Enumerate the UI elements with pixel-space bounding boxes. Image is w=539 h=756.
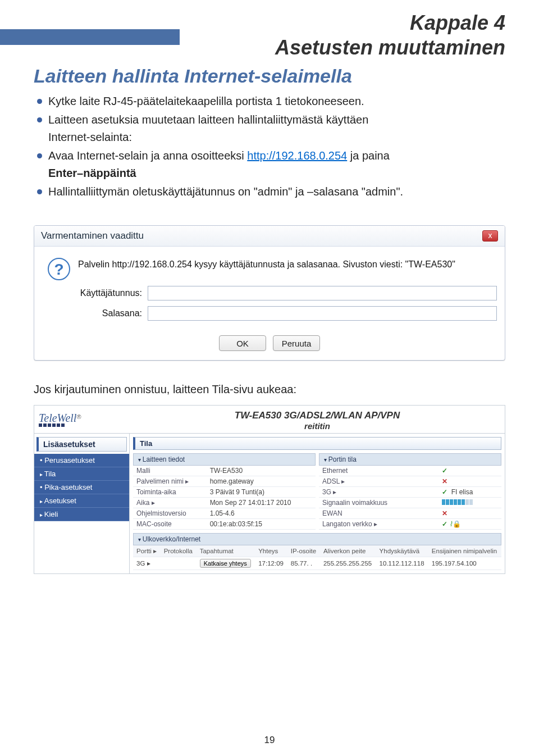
menu-item-quick[interactable]: Pika-asetukset	[34, 481, 129, 494]
panel-port-head[interactable]: Portin tila	[319, 453, 501, 466]
menu-item-basic[interactable]: Perusasetukset	[34, 454, 129, 467]
signal-icon	[442, 499, 473, 505]
dialog-header: Varmentaminen vaadittu x	[34, 226, 505, 247]
panel-device-head[interactable]: Laitteen tiedot	[133, 453, 316, 466]
x-icon: ✕	[442, 477, 447, 485]
page-number: 19	[0, 735, 539, 746]
close-button[interactable]: x	[482, 230, 498, 242]
check-icon: ✓	[442, 467, 447, 475]
bullet-4: Hallintalliittymän oletuskäyttäjätunnus …	[34, 183, 505, 201]
username-input[interactable]	[148, 286, 497, 300]
wan-head[interactable]: Ulkoverkko/Internet	[133, 533, 501, 545]
menu-item-settings[interactable]: Asetukset	[34, 494, 129, 508]
port-table: Ethernet✓ ADSL ▸✕ 3G ▸✓ FI elisa Signaal…	[319, 466, 501, 530]
question-icon: ?	[48, 258, 70, 280]
router-title: TW-EA530 3G/ADSL2/WLAN AP/VPN reititin	[130, 406, 505, 433]
mid-text: Jos kirjautuminen onnistuu, laitteen Til…	[34, 383, 505, 396]
wan-panel: Ulkoverkko/Internet Portti ▸ Protokolla …	[133, 533, 501, 570]
chapter-bar	[0, 29, 180, 45]
time-link[interactable]: Aika ▸	[133, 498, 207, 508]
auth-dialog: Varmentaminen vaadittu x ? Palvelin http…	[34, 225, 505, 361]
sidebar-menu: Perusasetukset Tila Pika-asetukset Asetu…	[34, 454, 129, 521]
x-icon: ✕	[442, 509, 447, 517]
disconnect-button[interactable]: Katkaise yhteys	[200, 559, 251, 568]
check-icon: ✓	[442, 520, 447, 528]
sidebar-tab-advanced[interactable]: Lisäasetukset	[36, 437, 127, 452]
ok-button[interactable]: OK	[219, 335, 266, 351]
main-tab-status[interactable]: Tila	[133, 437, 501, 450]
password-label: Salasana:	[42, 308, 145, 318]
server-name-link[interactable]: Palvelimen nimi ▸	[133, 476, 207, 487]
router-logo: TeleWell®	[34, 406, 130, 432]
threeg-link[interactable]: 3G ▸	[319, 487, 438, 498]
menu-item-status[interactable]: Tila	[34, 467, 129, 481]
wan-3g-link[interactable]: 3G ▸	[133, 557, 161, 570]
url-link[interactable]: http://192.168.0.254	[247, 149, 347, 162]
wlan-link[interactable]: Langaton verkko ▸	[319, 519, 438, 530]
dialog-title: Varmentaminen vaadittu	[41, 230, 144, 242]
router-ui: TeleWell® TW-EA530 3G/ADSL2/WLAN AP/VPN …	[34, 405, 505, 574]
bullet-3: Avaa Internet-selain ja anna osoitteeksi…	[34, 147, 505, 182]
username-label: Käyttäjätunnus:	[42, 288, 145, 298]
adsl-link[interactable]: ADSL ▸	[319, 476, 438, 487]
lock-icon: 🔒	[453, 520, 461, 528]
dialog-message: Palvelin http://192.168.0.254 kysyy käyt…	[78, 259, 497, 279]
bullet-list: Kytke laite RJ-45-päätelaitekaapelilla p…	[34, 93, 505, 201]
router-sidebar: Lisäasetukset Perusasetukset Tila Pika-a…	[34, 434, 130, 573]
password-input[interactable]	[148, 306, 497, 321]
section-title: Laitteen hallinta Internet-selaimella	[34, 65, 505, 87]
bullet-1: Kytke laite RJ-45-päätelaitekaapelilla p…	[34, 93, 505, 110]
bullet-2: Laitteen asetuksia muutetaan laitteen ha…	[34, 111, 505, 146]
menu-item-lang[interactable]: Kieli	[34, 508, 129, 521]
device-table: MalliTW-EA530 Palvelimen nimi ▸home.gate…	[133, 466, 316, 530]
cancel-button[interactable]: Peruuta	[273, 335, 320, 351]
check-icon: ✓	[442, 488, 447, 496]
